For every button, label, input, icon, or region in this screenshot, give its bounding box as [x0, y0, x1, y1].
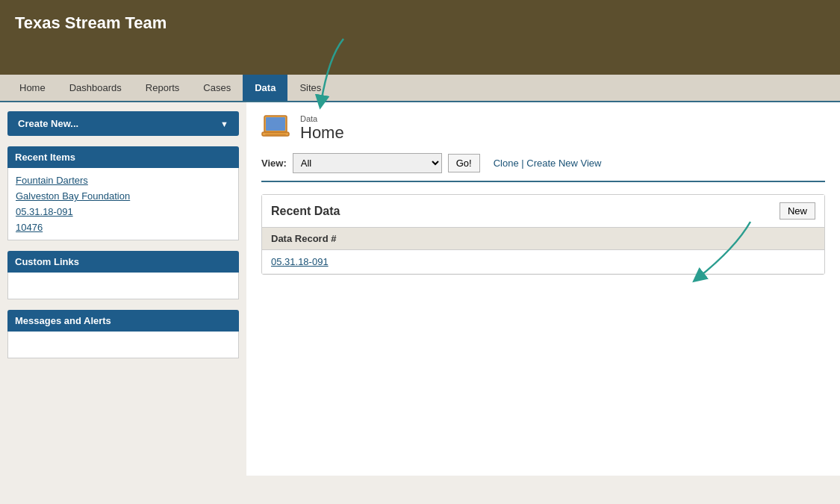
clone-link[interactable]: Clone: [494, 158, 519, 169]
recent-items-section: Recent Items Fountain Darters Galveston …: [7, 146, 239, 240]
recent-data-title: Recent Data: [271, 205, 340, 218]
record-link[interactable]: 05.31.18-091: [271, 256, 329, 267]
page-icon: [261, 114, 293, 143]
page-title-block: Data Home: [300, 114, 344, 143]
recent-item-3[interactable]: 10476: [16, 220, 231, 235]
table-row: 05.31.18-091: [262, 250, 824, 274]
nav-data[interactable]: Data: [243, 75, 287, 101]
recent-item-2[interactable]: 05.31.18-091: [16, 204, 231, 220]
custom-links-section: Custom Links: [7, 251, 239, 299]
recent-item-0[interactable]: Fountain Darters: [16, 172, 231, 188]
recent-data-section: Recent Data New Data Record # 05.31.18-0…: [261, 194, 825, 275]
nav-sites[interactable]: Sites: [287, 75, 333, 101]
main-navbar: Home Dashboards Reports Cases Data Sites: [0, 75, 840, 102]
laptop-icon: [261, 114, 294, 143]
page-header: Data Home: [261, 114, 825, 143]
view-row: View: All Go! Clone | Create New View: [261, 153, 825, 182]
main-layout: Create New... ▼ Recent Items Fountain Da…: [0, 102, 840, 476]
create-new-label: Create New...: [18, 118, 78, 129]
nav-home[interactable]: Home: [7, 75, 57, 101]
svg-rect-1: [266, 117, 285, 131]
column-header-record: Data Record #: [262, 228, 824, 250]
new-button[interactable]: New: [780, 202, 815, 220]
custom-links-body: [7, 273, 239, 299]
svg-rect-3: [265, 134, 286, 135]
app-header: Texas Stream Team: [0, 0, 840, 75]
create-new-button[interactable]: Create New... ▼: [7, 111, 239, 136]
sidebar: Create New... ▼ Recent Items Fountain Da…: [0, 102, 246, 476]
messages-alerts-header: Messages and Alerts: [7, 310, 239, 332]
recent-items-body: Fountain Darters Galveston Bay Foundatio…: [7, 168, 239, 240]
page-title: Home: [300, 123, 344, 142]
view-label: View:: [261, 158, 287, 169]
data-table: Data Record # 05.31.18-091: [262, 227, 824, 274]
breadcrumb: Data: [300, 114, 344, 123]
view-links: Clone | Create New View: [494, 158, 602, 169]
recent-items-header: Recent Items: [7, 146, 239, 168]
app-title: Texas Stream Team: [15, 13, 167, 32]
messages-alerts-section: Messages and Alerts: [7, 310, 239, 358]
go-button[interactable]: Go!: [448, 154, 480, 172]
messages-alerts-body: [7, 332, 239, 358]
nav-dashboards[interactable]: Dashboards: [57, 75, 134, 101]
view-select[interactable]: All: [293, 153, 442, 173]
nav-cases[interactable]: Cases: [191, 75, 243, 101]
nav-reports[interactable]: Reports: [134, 75, 192, 101]
recent-data-header: Recent Data New: [262, 195, 824, 227]
record-cell: 05.31.18-091: [262, 250, 824, 274]
create-new-view-link[interactable]: Create New View: [526, 158, 601, 169]
recent-item-1[interactable]: Galveston Bay Foundation: [16, 188, 231, 204]
dropdown-arrow-icon: ▼: [220, 119, 228, 128]
main-content: Data Home View: All Go! Clone | Create N…: [246, 102, 840, 476]
custom-links-header: Custom Links: [7, 251, 239, 273]
